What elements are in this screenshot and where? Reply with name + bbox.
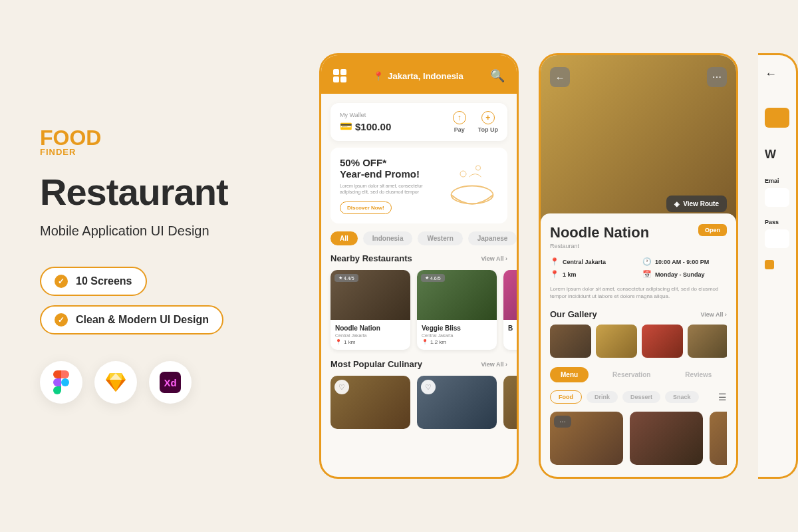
info-days: 📅Monday - Sunday (642, 270, 727, 279)
view-route-button[interactable]: ◈ View Route (666, 196, 727, 212)
menu-grid-icon[interactable] (333, 69, 346, 82)
gallery-image[interactable] (642, 325, 683, 358)
view-all-link[interactable]: View All › (481, 255, 507, 262)
promo-desc: Lorem ipsum dolor sit amet, consectetur … (340, 183, 426, 195)
list-view-icon[interactable]: ☰ (718, 392, 727, 402)
xd-icon: Xd (149, 361, 192, 404)
email-label: Emai (765, 178, 789, 184)
restaurant-loc: Central Jakarta (335, 333, 406, 338)
discover-button[interactable]: Discover Now! (340, 201, 392, 214)
subfilter-dessert[interactable]: Dessert (622, 391, 660, 403)
subfilter-food[interactable]: Food (550, 390, 582, 404)
plus-icon: + (481, 111, 495, 124)
restaurant-dist: 📍 1 km (335, 339, 406, 345)
food-card[interactable]: ♡ (331, 376, 410, 429)
filter-western[interactable]: Western (418, 231, 462, 245)
restaurant-desc: Lorem ipsum dolor sit amet, consectetur … (550, 285, 727, 300)
filter-japanese[interactable]: Japanese (468, 231, 517, 245)
figma-icon (40, 361, 82, 404)
check-icon: ✓ (55, 275, 68, 288)
tab-menu[interactable]: Menu (550, 367, 589, 382)
rating-badge: ★ 4.4/5 (334, 274, 358, 282)
mockup-login: ← W Emai Pass (758, 53, 798, 479)
page-title: Restaurant (40, 170, 293, 213)
feature-chip-design: ✓ Clean & Modern UI Design (40, 305, 223, 334)
subfilter-drink[interactable]: Drink (587, 391, 618, 403)
view-all-link[interactable]: View All › (700, 311, 727, 318)
restaurant-card[interactable]: ★ 4.6/5 Veggie Bliss Central Jakarta 📍 1… (417, 270, 497, 350)
back-icon[interactable]: ← (765, 67, 789, 81)
tab-reservation[interactable]: Reservation (602, 367, 661, 382)
gallery-image[interactable] (688, 325, 727, 358)
chip-label: 10 Screens (76, 275, 132, 287)
logo: FOOD FINDER (40, 128, 293, 158)
category-filters: All Indonesia Western Japanese (321, 231, 517, 253)
search-icon[interactable]: 🔍 (490, 68, 505, 83)
restaurant-name: Noodle Nation (335, 325, 406, 332)
welcome-title: W (765, 148, 789, 162)
mockup-detail: ← ⋯ ◈ View Route Noodle Nation Open Rest… (539, 53, 738, 479)
info-location: 📍Central Jakarta (550, 257, 634, 266)
gallery-title: Our Gallery (550, 309, 597, 319)
password-label: Pass (765, 219, 789, 225)
nearby-title: Nearby Restaurants (331, 253, 412, 263)
sketch-icon (94, 361, 137, 404)
more-button[interactable]: ⋯ (707, 67, 727, 87)
restaurant-type: Restaurant (550, 243, 727, 249)
subfilter-snack[interactable]: Snack (665, 391, 699, 403)
feature-chip-screens: ✓ 10 Screens (40, 267, 147, 296)
heart-icon[interactable]: ♡ (421, 380, 436, 394)
more-icon[interactable]: ⋯ (554, 416, 571, 428)
logo-main: FOOD (40, 128, 293, 148)
promo-card[interactable]: 50% OFF* Year-end Promo! Lorem ipsum dol… (331, 148, 507, 223)
topup-button[interactable]: + Top Up (478, 111, 498, 133)
bowl-illustration (442, 153, 502, 213)
mockup-home: 📍 Jakarta, Indonesia 🔍 My Wallet 💳$100.0… (319, 53, 519, 479)
location-selector[interactable]: 📍 Jakarta, Indonesia (373, 71, 463, 81)
restaurant-card[interactable]: B (503, 270, 517, 350)
food-card[interactable] (503, 376, 517, 429)
restaurant-loc: Central Jakarta (422, 333, 492, 338)
svg-text:Xd: Xd (164, 377, 176, 388)
filter-all[interactable]: All (331, 231, 358, 245)
wallet-label: My Wallet (340, 112, 391, 118)
menu-item-card[interactable] (630, 412, 703, 465)
svg-point-3 (452, 186, 493, 204)
wallet-amount: 💳$100.00 (340, 120, 391, 132)
rating-badge: ★ 4.6/5 (421, 274, 445, 282)
wallet-card: My Wallet 💳$100.00 ↑ Pay + Top Up (331, 103, 507, 141)
restaurant-card[interactable]: ★ 4.4/5 Noodle Nation Central Jakarta 📍 … (331, 270, 410, 350)
gallery-image[interactable] (550, 325, 591, 358)
status-badge: Open (698, 224, 727, 236)
heart-icon[interactable]: ♡ (334, 380, 349, 394)
info-hours: 🕐10:00 AM - 9:00 PM (642, 257, 727, 266)
password-field[interactable] (765, 229, 789, 248)
menu-item-card[interactable] (710, 412, 727, 465)
restaurant-dist: 📍 1.2 km (422, 339, 492, 345)
pin-icon: 📍 (373, 71, 384, 81)
gallery-image[interactable] (596, 325, 637, 358)
menu-item-card[interactable]: ⋯ (550, 412, 623, 465)
popular-title: Most Popular Culinary (331, 359, 422, 369)
subtitle: Mobile Application UI Design (40, 221, 293, 240)
restaurant-name: Veggie Bliss (422, 325, 492, 332)
email-field[interactable] (765, 188, 789, 207)
svg-point-4 (460, 171, 466, 177)
restaurant-name: Noodle Nation (550, 224, 649, 241)
location-text: Jakarta, Indonesia (388, 71, 463, 81)
svg-point-0 (61, 378, 69, 386)
food-card[interactable]: ♡ (417, 376, 497, 429)
back-button[interactable]: ← (550, 67, 570, 87)
hero-image: ← ⋯ ◈ View Route (541, 55, 736, 221)
check-icon: ✓ (55, 313, 68, 327)
tab-reviews[interactable]: Reviews (674, 367, 722, 382)
chip-label: Clean & Modern UI Design (76, 314, 209, 326)
pay-icon: ↑ (453, 111, 466, 124)
pay-button[interactable]: ↑ Pay (453, 111, 466, 133)
info-distance: 📍1 km (550, 270, 634, 279)
svg-point-5 (475, 166, 480, 170)
view-all-link[interactable]: View All › (481, 361, 507, 368)
remember-checkbox[interactable] (765, 260, 774, 269)
filter-indonesia[interactable]: Indonesia (363, 231, 413, 245)
